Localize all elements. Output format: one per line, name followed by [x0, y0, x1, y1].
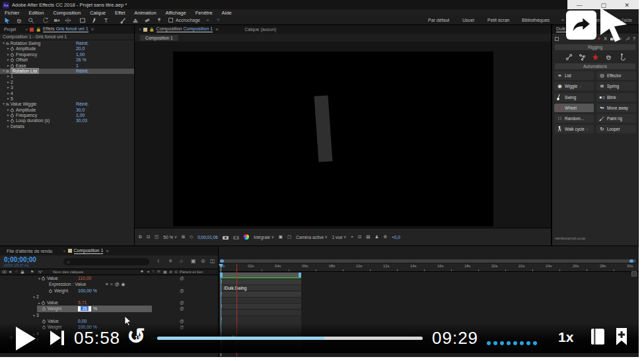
- puppet-pin-tool[interactable]: [155, 16, 163, 24]
- progress-bar[interactable]: [157, 337, 423, 340]
- shy-switch-icon[interactable]: ♣: [141, 269, 143, 273]
- effect-row[interactable]: ►4: [0, 91, 134, 96]
- tab-composition[interactable]: Composition Composition 1: [157, 26, 213, 32]
- tab-timeline-comp[interactable]: Composition 1: [74, 248, 104, 254]
- channel-color-icon[interactable]: [244, 234, 249, 240]
- frame-blending-icon[interactable]: ▣: [191, 258, 196, 264]
- playback-speed-button[interactable]: 1x: [558, 329, 573, 345]
- timeline-timecode[interactable]: 0;00;00;00: [4, 256, 36, 263]
- comp-marker-bin-button[interactable]: [631, 271, 637, 277]
- hand-controller-icon[interactable]: [605, 53, 612, 61]
- menu-fenetre[interactable]: Fenêtre: [196, 10, 213, 16]
- timeline-button-icon[interactable]: ▤: [366, 234, 370, 240]
- menu-composition[interactable]: Composition: [53, 10, 81, 16]
- rigging-section-header[interactable]: Rigging: [555, 44, 635, 50]
- duik-spring-button[interactable]: ≋Spring: [596, 82, 636, 90]
- workspace-bibliotheques[interactable]: Bibliothèques: [522, 18, 550, 22]
- eraser-tool[interactable]: [143, 16, 151, 24]
- video-frame[interactable]: Ae Adobe After Effects CC 2018 - Projet …: [0, 0, 639, 357]
- lock-icon[interactable]: [20, 270, 24, 274]
- transparency-grid-icon[interactable]: ▢: [287, 234, 291, 240]
- effect-row[interactable]: ▼fxRotation SwingRéinit.: [0, 41, 134, 46]
- duik-walk-cycle-button[interactable]: Walk cycle○: [554, 125, 594, 133]
- menu-animation[interactable]: Animation: [134, 10, 156, 16]
- fx-switch-icon[interactable]: fx: [157, 269, 161, 273]
- grid-guides-icon[interactable]: ⊞: [182, 234, 185, 240]
- help-icon[interactable]: ?: [633, 36, 635, 41]
- menu-effet[interactable]: Effet: [115, 10, 125, 16]
- progress-dots[interactable]: [487, 336, 540, 348]
- workspace-par-defaut[interactable]: Par défaut: [428, 18, 449, 22]
- structures-icon[interactable]: [579, 53, 586, 61]
- panel-menu-icon[interactable]: ≡: [106, 249, 108, 253]
- shape-tool[interactable]: [78, 16, 87, 24]
- shy-layers-icon[interactable]: ⌂: [180, 258, 183, 264]
- pixel-aspect-icon[interactable]: ⌖: [351, 234, 353, 240]
- minimize-button[interactable]: —: [577, 2, 583, 9]
- walk-cycle-options-icon[interactable]: ○: [587, 127, 589, 131]
- comp-viewer-tab[interactable]: Composition 1: [140, 35, 178, 41]
- effect-row[interactable]: ▼fxValue WiggleRéinit.: [0, 102, 134, 107]
- effect-row[interactable]: ►Offset26 %: [0, 57, 134, 63]
- work-area-end-handle[interactable]: [299, 273, 301, 277]
- fast-preview-icon[interactable]: ⊡: [358, 234, 361, 240]
- snap-checkbox[interactable]: [168, 18, 173, 22]
- always-preview-icon[interactable]: ⧉: [139, 234, 142, 240]
- effect-row-selected[interactable]: ▼fxRotation ListRéinit.: [0, 69, 134, 74]
- snapshot-icon[interactable]: [223, 235, 229, 240]
- col-parent[interactable]: Parent et lien: [180, 270, 203, 274]
- duik-wheel-button[interactable]: ●Wheel: [554, 104, 594, 112]
- magnification-dropdown[interactable]: 50 % ˅: [163, 235, 176, 240]
- hand-tool[interactable]: [15, 16, 23, 24]
- effect-row[interactable]: ►3: [0, 85, 134, 90]
- timeline-row-group[interactable]: ▼2: [0, 294, 218, 300]
- reset-link[interactable]: Réinit.: [76, 41, 89, 46]
- duik-paint-rig-button[interactable]: Paint rig: [596, 114, 636, 123]
- label-flag-icon[interactable]: ⚑: [30, 269, 34, 274]
- pickwhip-icon[interactable]: @: [180, 306, 184, 312]
- hook-icon[interactable]: [618, 53, 626, 61]
- settings-checkbox[interactable]: [555, 37, 559, 41]
- wiggle-options-icon[interactable]: ○: [579, 84, 581, 88]
- col-layer-name[interactable]: Nom des calques: [53, 270, 83, 274]
- audio-icon[interactable]: [9, 270, 13, 274]
- work-area-bar[interactable]: [220, 273, 301, 277]
- autorig-icon[interactable]: [592, 53, 599, 61]
- duik-move-away-button[interactable]: ↬Move away: [596, 104, 636, 112]
- time-navigator-scrollbar[interactable]: [220, 259, 636, 263]
- tab-effets[interactable]: Effets Gris foncé uni 1: [43, 26, 89, 32]
- timeline-row[interactable]: ►Value5,71@: [0, 300, 218, 306]
- duik-wiggle-button[interactable]: ◉Wiggle○: [554, 82, 594, 90]
- duik-list-button[interactable]: ≡List: [554, 71, 594, 80]
- timeline-row-editing[interactable]: Weight26%@: [0, 306, 218, 312]
- stopwatch-icon[interactable]: [49, 290, 52, 293]
- flowchart-icon[interactable]: ♟: [375, 234, 378, 240]
- ik-bone-icon[interactable]: [565, 53, 573, 61]
- draft-3d-icon[interactable]: ✳: [168, 258, 173, 264]
- show-snapshot-icon[interactable]: [233, 235, 239, 240]
- stopwatch-icon[interactable]: [11, 53, 14, 57]
- panel-menu-icon[interactable]: ≡: [91, 27, 94, 32]
- effect-row[interactable]: ►Frequency1,00: [0, 113, 134, 118]
- pen-tool[interactable]: [90, 16, 98, 24]
- graph-icon[interactable]: ⁘: [216, 17, 221, 23]
- workspace-usuel[interactable]: Usuel: [462, 18, 474, 22]
- zoom-tool[interactable]: [26, 16, 35, 24]
- timeline-row-group[interactable]: ▼3: [0, 312, 218, 318]
- pickwhip-icon[interactable]: @: [180, 275, 184, 281]
- timeline-row-expression[interactable]: Expression : Value≡≈@◉: [0, 281, 218, 287]
- stopwatch-icon[interactable]: [42, 302, 45, 305]
- view-layout-dropdown[interactable]: 1 vue ˅: [332, 235, 347, 240]
- duik-swing-button[interactable]: Swing: [554, 93, 594, 102]
- solo-icon[interactable]: ○: [15, 269, 18, 273]
- mask-visibility-icon[interactable]: ◇: [190, 234, 193, 240]
- channel-icon[interactable]: ◫: [155, 234, 159, 240]
- effect-row[interactable]: ►Amplitude20,0: [0, 46, 134, 51]
- effect-row[interactable]: ►Loop duration (s)30,03: [0, 118, 134, 123]
- pickwhip-icon[interactable]: @: [180, 288, 184, 294]
- time-ruler[interactable]: 0s 02s 04s 06s 08s 10s 12s 14s 16s 18s 2…: [219, 264, 639, 272]
- effect-row[interactable]: ►Amplitude30,0: [0, 108, 134, 113]
- lock-icon[interactable]: 🔒: [149, 27, 155, 32]
- composition-frame[interactable]: [173, 51, 493, 226]
- menu-calque[interactable]: Calque: [90, 10, 106, 16]
